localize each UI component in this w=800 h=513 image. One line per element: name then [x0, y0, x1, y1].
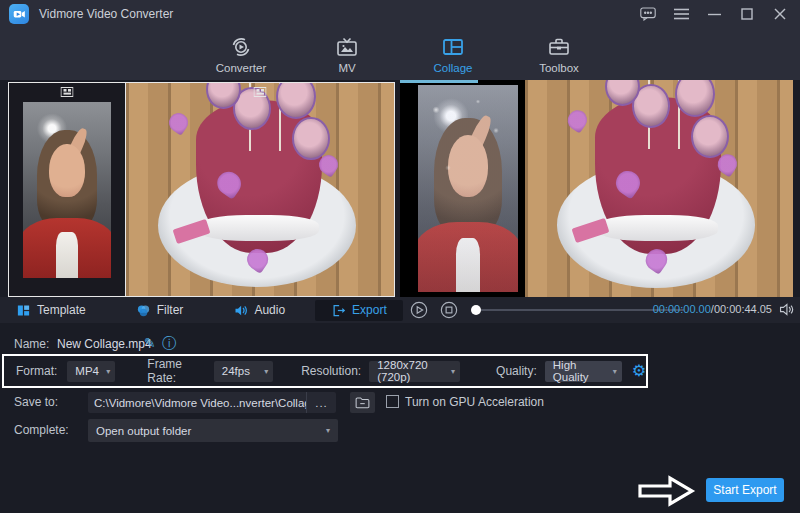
window-title: Vidmore Video Converter: [39, 7, 173, 21]
collage-cell-portrait[interactable]: [9, 83, 126, 296]
name-label: Name:: [14, 337, 49, 351]
frame-rate-dropdown[interactable]: 24fps ▾: [214, 361, 273, 382]
format-value: MP4: [75, 365, 99, 377]
tab-toolbox-label: Toolbox: [539, 62, 579, 74]
stop-button[interactable]: [440, 301, 458, 319]
title-bar: Vidmore Video Converter: [0, 0, 800, 28]
save-path-value: C:\Vidmore\Vidmore Video...nverter\Colla…: [88, 397, 306, 409]
video-clip-icon: [61, 87, 74, 97]
resolution-dropdown[interactable]: 1280x720 (720p) ▾: [369, 361, 460, 382]
total-time: 00:00:44.05: [714, 303, 772, 315]
tab-audio[interactable]: Audio: [225, 300, 293, 321]
tab-collage-label: Collage: [434, 62, 473, 74]
window-controls: [640, 0, 788, 28]
complete-label: Complete:: [14, 423, 69, 437]
tab-filter[interactable]: Filter: [128, 300, 192, 321]
frame-rate-label: Frame Rate:: [147, 357, 205, 385]
format-label: Format:: [16, 364, 57, 378]
current-time: 00:00:00.00: [653, 303, 711, 315]
quality-value: High Quality: [553, 359, 604, 383]
collage-editor: [8, 82, 395, 297]
frame-rate-value: 24fps: [222, 365, 250, 377]
menu-icon[interactable]: [673, 6, 689, 22]
feedback-icon[interactable]: [640, 6, 656, 22]
tab-audio-label: Audio: [254, 303, 285, 317]
format-dropdown[interactable]: MP4 ▾: [67, 361, 115, 382]
preview-cake-video: [525, 80, 793, 297]
chevron-down-icon: ▾: [106, 367, 110, 376]
preview-highlight-line: [400, 80, 478, 83]
chevron-down-icon: ▾: [264, 367, 268, 376]
open-folder-button[interactable]: [350, 392, 375, 413]
tab-template[interactable]: Template: [8, 300, 94, 321]
output-settings-highlight-box: Format: MP4 ▾ Frame Rate: 24fps ▾ Resolu…: [2, 354, 648, 388]
tab-converter-label: Converter: [216, 62, 267, 74]
time-display: 00:00:00.00/00:00:44.05: [653, 303, 772, 315]
cake-video-thumbnail: [126, 83, 394, 296]
minimize-icon[interactable]: [706, 6, 722, 22]
complete-action-dropdown[interactable]: Open output folder ▾: [88, 419, 338, 442]
name-value: New Collage.mp4: [57, 337, 152, 351]
chevron-down-icon: ▾: [451, 367, 455, 376]
rename-pencil-icon[interactable]: ✎: [144, 336, 156, 350]
maximize-icon[interactable]: [739, 6, 755, 22]
tab-template-label: Template: [37, 303, 86, 317]
tab-collage[interactable]: Collage: [417, 35, 489, 74]
close-icon[interactable]: [772, 6, 788, 22]
settings-gear-icon[interactable]: ⚙: [632, 363, 646, 379]
info-icon[interactable]: ⓘ: [162, 336, 176, 350]
tab-toolbox[interactable]: Toolbox: [523, 35, 595, 74]
resolution-label: Resolution:: [301, 364, 361, 378]
tab-filter-label: Filter: [157, 303, 184, 317]
gpu-acceleration-label: Turn on GPU Acceleration: [405, 395, 544, 409]
start-export-button[interactable]: Start Export: [706, 478, 784, 502]
chevron-down-icon: ▾: [326, 426, 330, 435]
volume-icon[interactable]: [777, 302, 794, 317]
save-path-field[interactable]: C:\Vidmore\Vidmore Video...nverter\Colla…: [88, 392, 336, 413]
seek-slider-thumb[interactable]: [471, 305, 481, 315]
app-logo-icon: [9, 4, 29, 24]
collage-cell-cake-selected[interactable]: [126, 83, 394, 296]
save-to-label: Save to:: [14, 395, 58, 409]
quality-label: Quality:: [496, 364, 537, 378]
preview-portrait-video: [418, 85, 518, 292]
tab-export-label: Export: [352, 303, 387, 317]
tool-strip: Template Filter Audio Export 00:00:0: [0, 297, 800, 323]
annotation-arrow-icon: [636, 474, 698, 508]
video-clip-icon: [254, 87, 267, 97]
chevron-down-icon: ▾: [613, 367, 617, 376]
tab-export-active[interactable]: Export: [315, 300, 403, 321]
resolution-value: 1280x720 (720p): [377, 359, 442, 383]
gpu-acceleration-checkbox[interactable]: [386, 395, 399, 408]
tab-mv[interactable]: MV: [311, 35, 383, 74]
tab-mv-label: MV: [338, 62, 355, 74]
preview-panel: [400, 80, 793, 297]
complete-action-value: Open output folder: [96, 425, 191, 437]
play-button[interactable]: [410, 301, 428, 319]
tab-converter[interactable]: Converter: [205, 35, 277, 74]
vidmore-app-window: Vidmore Video Converter Converter: [0, 0, 800, 513]
quality-dropdown[interactable]: High Quality ▾: [545, 361, 622, 382]
player-controls: 00:00:00.00/00:00:44.05: [400, 297, 800, 323]
browse-button[interactable]: ...: [306, 392, 336, 413]
portrait-video-thumbnail: [23, 102, 111, 278]
main-nav: Converter MV Collage Toolbox: [0, 28, 800, 80]
